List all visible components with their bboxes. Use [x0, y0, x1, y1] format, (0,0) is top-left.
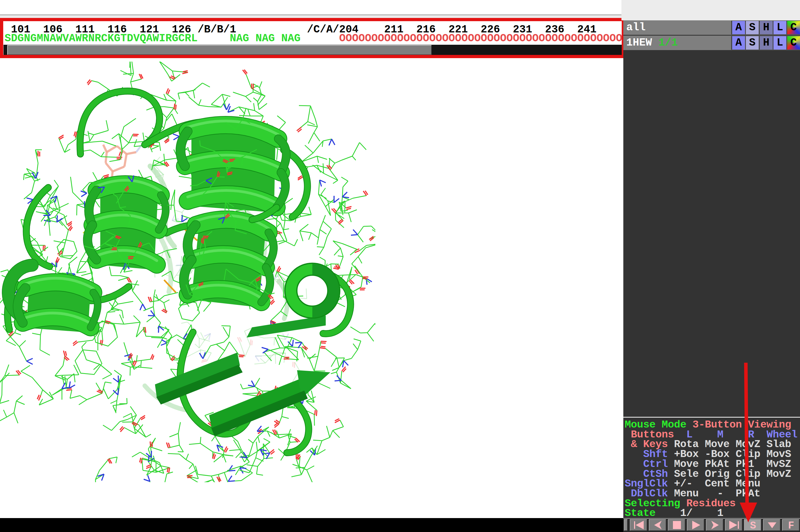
svg-text:F: F: [788, 520, 794, 530]
